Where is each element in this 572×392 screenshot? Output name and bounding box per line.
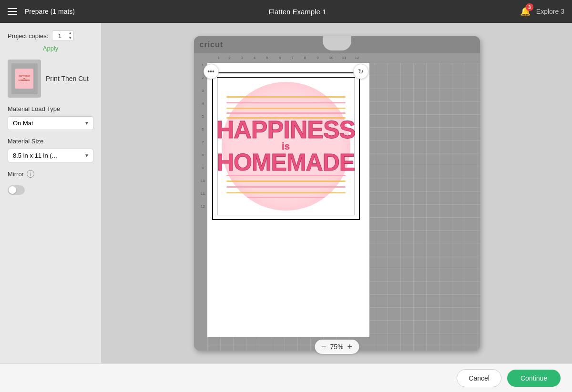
mirror-label: Mirror (8, 171, 24, 178)
mat-preview: HAPPINESSisHOMEMADE Print Then Cut (8, 60, 93, 98)
info-icon[interactable]: i (27, 170, 34, 178)
mirror-row: Mirror i (8, 170, 93, 178)
zoom-out-button[interactable]: − (321, 342, 327, 351)
cricut-logo: cricut (200, 40, 224, 49)
cancel-button[interactable]: Cancel (457, 369, 501, 387)
copies-increment[interactable]: ▲ (67, 31, 73, 36)
chevron-down-icon: ▼ (84, 121, 89, 126)
bottom-bar: Cancel Continue (0, 363, 572, 392)
menu-icon[interactable] (8, 8, 17, 15)
zoom-in-button[interactable]: + (347, 342, 353, 351)
project-copies-label: Project copies: (8, 32, 48, 40)
header: Prepare (1 mats) Flatten Example 1 🔔 3 E… (0, 0, 572, 23)
continue-button[interactable]: Continue (507, 370, 561, 387)
apply-button[interactable]: Apply (8, 45, 93, 52)
explore-label: Explore 3 (536, 8, 564, 15)
design-border: HAPPINESS is HOMEMADE (212, 72, 360, 220)
ruler-top: 1 2 3 4 5 6 7 8 9 10 11 12 (207, 53, 480, 63)
main-content: Project copies: ▲ ▼ Apply HAPPINESSisHOM… (0, 23, 572, 363)
material-size-select[interactable]: 8.5 in x 11 in (... ▼ (8, 149, 93, 162)
mat-thumb-inner: HAPPINESSisHOMEMADE (11, 63, 38, 94)
material-load-type-label: Material Load Type (8, 105, 93, 112)
canvas-area: cricut (102, 23, 572, 363)
toggle-knob (9, 186, 16, 194)
project-copies-row: Project copies: ▲ ▼ (8, 30, 93, 41)
copies-decrement[interactable]: ▼ (67, 36, 73, 40)
header-left: Prepare (1 mats) (8, 8, 75, 15)
ellipsis-icon: ••• (207, 68, 214, 75)
notification-badge: 3 (526, 3, 533, 11)
copies-input-wrapper: ▲ ▼ (52, 30, 74, 41)
design-circle: HAPPINESS is HOMEMADE (222, 82, 350, 211)
design-content: HAPPINESS is HOMEMADE (213, 73, 359, 219)
homemade-text: HOMEMADE (217, 152, 355, 173)
mat-header-bar: cricut (194, 36, 480, 53)
on-mat-select[interactable]: On Mat ▼ (8, 116, 93, 130)
on-mat-dropdown[interactable]: On Mat (13, 120, 33, 127)
material-size-dropdown[interactable]: 8.5 in x 11 in (... (13, 152, 57, 159)
design-wrapper[interactable]: HAPPINESS is HOMEMADE ••• ↻ (212, 72, 360, 220)
header-right: 🔔 3 Explore 3 (520, 6, 564, 17)
zoom-level: 75% (330, 343, 343, 351)
material-size-label: Material Size (8, 138, 93, 145)
notification-bell[interactable]: 🔔 3 (520, 6, 531, 17)
zoom-controls: − 75% + (315, 340, 359, 354)
mat-thumbnail: HAPPINESSisHOMEMADE (8, 60, 41, 98)
sidebar: Project copies: ▲ ▼ Apply HAPPINESSisHOM… (0, 23, 102, 363)
ruler-left: 1 2 3 4 5 6 7 8 9 10 11 12 (199, 63, 207, 351)
mat-board: cricut (194, 36, 480, 351)
mat-label: Print Then Cut (46, 75, 89, 82)
rotate-icon: ↻ (358, 68, 364, 75)
mat-thumb-image: HAPPINESSisHOMEMADE (15, 69, 33, 89)
prepare-label: Prepare (1 mats) (25, 8, 75, 15)
copies-input[interactable] (52, 31, 67, 40)
mat-container: cricut (194, 36, 480, 351)
mirror-toggle[interactable] (8, 185, 25, 195)
mat-handle (323, 36, 351, 50)
copies-spinners: ▲ ▼ (67, 31, 73, 40)
rotate-handle[interactable]: ↻ (353, 64, 368, 79)
happiness-text: HAPPINESS (216, 119, 356, 141)
material-size-chevron-icon: ▼ (84, 153, 89, 158)
header-title: Flatten Example 1 (75, 8, 520, 16)
